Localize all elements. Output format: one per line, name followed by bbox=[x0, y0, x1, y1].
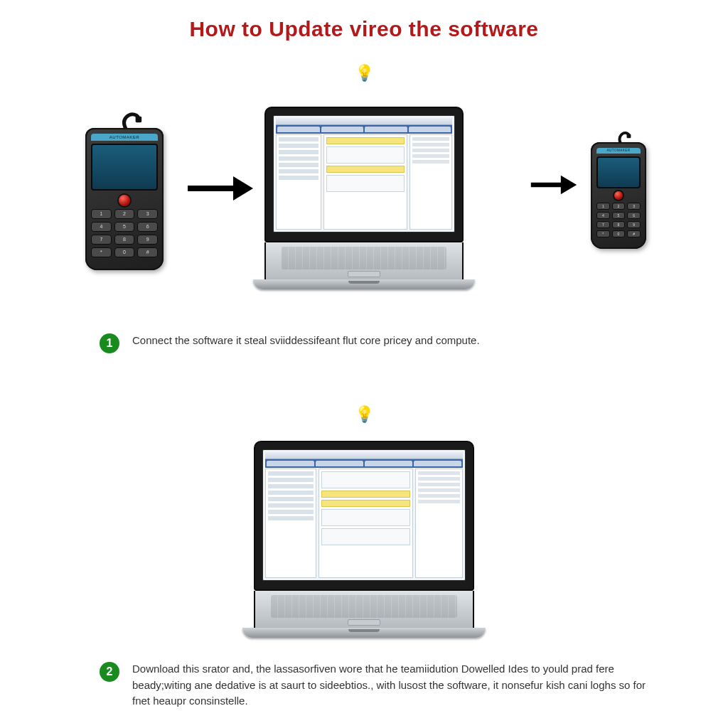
lightbulb-icon: 💡 bbox=[355, 64, 374, 82]
device-key: 9 bbox=[627, 221, 641, 228]
step2-illustration: 💡 Autel bbox=[0, 434, 728, 647]
step-number-badge: 1 bbox=[100, 333, 119, 353]
diagnostic-device-small: AUTOMAKER 1 2 3 4 5 6 7 8 9 * 0 # bbox=[591, 142, 646, 249]
laptop-screen bbox=[262, 449, 466, 581]
device-key: 7 bbox=[596, 221, 610, 228]
step-number-badge: 2 bbox=[100, 662, 119, 682]
svg-rect-0 bbox=[136, 117, 142, 123]
device-key: * bbox=[91, 247, 112, 257]
arrow-right-icon bbox=[185, 171, 256, 209]
page-title: How to Update vireo the software bbox=[0, 17, 728, 41]
device-key: 2 bbox=[114, 209, 135, 219]
device-key: # bbox=[137, 247, 158, 257]
device-key: 6 bbox=[137, 222, 158, 232]
device-key: 1 bbox=[596, 203, 610, 210]
device-key: 3 bbox=[137, 209, 158, 219]
device-key: 9 bbox=[137, 235, 158, 245]
device-key: 0 bbox=[114, 247, 135, 257]
device-key: 8 bbox=[114, 235, 135, 245]
svg-marker-2 bbox=[233, 176, 253, 200]
device-screen bbox=[91, 144, 158, 191]
device-screen bbox=[596, 156, 641, 188]
laptop: Autel bbox=[264, 107, 464, 289]
device-key: 6 bbox=[627, 212, 641, 219]
step-description: Download this srator and, the lassasorfi… bbox=[132, 661, 664, 710]
device-key: 8 bbox=[612, 221, 626, 228]
device-keypad: 1 2 3 4 5 6 7 8 9 * 0 # bbox=[596, 203, 641, 237]
device-key: 4 bbox=[91, 222, 112, 232]
laptop-keyboard bbox=[264, 242, 464, 279]
tutorial-page: How to Update vireo the software 💡 AUTOM… bbox=[0, 0, 728, 728]
svg-rect-5 bbox=[626, 134, 631, 139]
device-key: 5 bbox=[612, 212, 626, 219]
arrow-right-icon bbox=[529, 171, 579, 202]
step1-illustration: 💡 AUTOMAKER 1 2 3 4 5 6 7 8 9 bbox=[0, 107, 728, 284]
device-key: * bbox=[596, 230, 610, 237]
svg-marker-4 bbox=[561, 176, 577, 195]
device-key: 1 bbox=[91, 209, 112, 219]
device-power-button bbox=[119, 195, 130, 206]
device-key: 4 bbox=[596, 212, 610, 219]
step1-text: 1 Connect the software it steal sviiddes… bbox=[100, 333, 664, 353]
diagnostic-device-large: AUTOMAKER 1 2 3 4 5 6 7 8 9 * 0 # bbox=[85, 128, 164, 270]
step-description: Connect the software it steal sviiddessi… bbox=[132, 333, 480, 349]
device-key: 3 bbox=[627, 203, 641, 210]
device-keypad: 1 2 3 4 5 6 7 8 9 * 0 # bbox=[91, 209, 158, 257]
laptop: Autel bbox=[254, 441, 474, 638]
lightbulb-icon: 💡 bbox=[355, 405, 374, 424]
device-key: 5 bbox=[114, 222, 135, 232]
device-power-button bbox=[614, 191, 623, 200]
device-key: 7 bbox=[91, 235, 112, 245]
device-key: 2 bbox=[612, 203, 626, 210]
device-key: # bbox=[627, 230, 641, 237]
laptop-screen bbox=[273, 115, 455, 232]
device-key: 0 bbox=[612, 230, 626, 237]
device-brand: AUTOMAKER bbox=[91, 134, 158, 141]
step2-text: 2 Download this srator and, the lassasor… bbox=[100, 661, 664, 710]
laptop-keyboard bbox=[254, 591, 474, 628]
device-brand: AUTOMAKER bbox=[596, 148, 641, 154]
